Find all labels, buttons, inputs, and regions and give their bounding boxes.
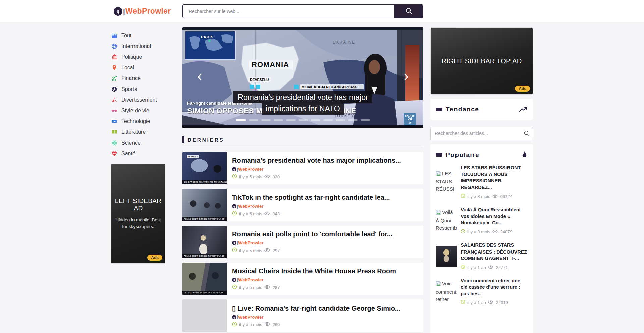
source-logo-icon: q [232, 278, 236, 282]
clock-icon [461, 229, 465, 235]
carousel-prev-icon[interactable] [197, 73, 202, 82]
popular-list: LES STARS RÉUSSIRONT TOUJOURS LES STARS … [436, 165, 528, 306]
popular-item-views: 22019 [496, 300, 508, 305]
web-search-input[interactable] [183, 5, 394, 18]
article-card[interactable]: DE THE WHITE HOUSE PRESS ROOM Musical Ch… [182, 263, 423, 295]
popular-item[interactable]: LES STARS RÉUSSIRONT TOUJOURS LES STARS … [436, 165, 528, 199]
popular-item-meta: il y a 1 an 22019 [461, 300, 528, 306]
clock-icon [232, 284, 237, 290]
sidebar-category-item[interactable]: International [111, 41, 165, 52]
channel-logo: FRANCE 24 [404, 113, 416, 125]
popular-title: Populaire [446, 151, 479, 159]
popular-item-title[interactable]: LES STARS RÉUSSIRONT TOUJOURS À NOUS IMP… [461, 165, 528, 191]
popular-item[interactable]: Voilà À Quoi Ressemble Voilà À Quoi Ress… [436, 207, 528, 235]
thumbnail-label: ROMANIA [187, 155, 199, 158]
article-card[interactable]: ▯ Live: Romania's far-right candidate Ge… [182, 299, 423, 332]
heart-icon [111, 150, 118, 157]
article-thumbnail: POLLS SHOW SIMION IN FIRST PLACE [182, 226, 227, 258]
globe-icon [111, 43, 118, 50]
ads-badge: Ads [147, 255, 162, 261]
carousel-dot[interactable] [286, 119, 296, 121]
article-views: 287 [273, 285, 280, 290]
sidebar-category-item[interactable]: Politique [111, 52, 165, 62]
article-card[interactable]: POLLS SHOW SIMION IN FIRST PLACE Romania… [182, 226, 423, 258]
article-source: q | WebProwler [232, 204, 390, 209]
right-sidebar-ad[interactable]: RIGHT SIDEBAR TOP AD Ads [430, 27, 533, 95]
eye-icon [488, 300, 493, 305]
popular-item[interactable]: Voici comment retirer Voici comment reti… [436, 278, 528, 306]
sidebar-category-item[interactable]: Sports [111, 84, 165, 95]
article-title[interactable]: Romania exit polls point to 'comfortable… [232, 230, 392, 238]
brand-logo-icon: q [114, 7, 122, 16]
article-title[interactable]: TikTok in the spotlight as far-right can… [232, 193, 390, 201]
popular-thumbnail: Voilà À Quoi Ressemble [436, 209, 457, 233]
web-search-bar [182, 4, 423, 18]
svg-text:UKRAINE: UKRAINE [333, 40, 355, 45]
popular-item-title[interactable]: Voici comment retirer une clé cassée d'u… [461, 278, 528, 297]
trending-card: Tendance [430, 99, 533, 120]
article-search-input[interactable] [430, 127, 533, 140]
atom-icon [111, 140, 118, 146]
popular-item-title[interactable]: Voilà À Quoi Ressemblent Vos Idoles En M… [461, 207, 528, 226]
article-meta: il y a 5 mois 297 [232, 247, 392, 254]
left-sidebar-ad[interactable]: LEFT SIDEBAR AD Hidden in mobile, Best f… [111, 164, 165, 264]
popular-item-views: 66124 [500, 194, 513, 199]
eye-icon [488, 265, 493, 270]
sidebar-category-item[interactable]: Tout [111, 30, 165, 41]
sidebar-category-item[interactable]: Local [111, 62, 165, 73]
section-title: DERNIERS [187, 137, 224, 143]
carousel-dot[interactable] [323, 119, 333, 121]
brand-logo[interactable]: q | WebProwler [111, 7, 182, 16]
featured-carousel[interactable]: PARIS ROMANIA DEVESELU MIHAIL KOGALNICEA… [182, 27, 423, 128]
eye-icon [492, 229, 498, 234]
sunglasses-icon [111, 107, 118, 114]
sidebar-category-item[interactable]: Science [111, 137, 165, 148]
finance-chart-icon [111, 75, 118, 82]
article-source: q | WebProwler [232, 277, 396, 282]
sidebar-category-item[interactable]: Divertissement [111, 95, 165, 105]
article-title[interactable]: ▯ Live: Romania's far-right candidate Ge… [232, 304, 401, 312]
carousel-dot[interactable] [311, 119, 320, 121]
trending-up-icon [519, 106, 528, 113]
sidebar-category-item[interactable]: Technologie [111, 116, 165, 127]
sidebar-category-item[interactable]: Finance [111, 73, 165, 84]
popular-item-time: il y a 1 an [467, 300, 486, 305]
section-marker [436, 153, 442, 157]
ad-title: LEFT SIDEBAR AD [115, 197, 162, 212]
article-card[interactable]: ROMANIA ON OPPOSES MILITARY AID TO UKRAI… [182, 152, 423, 184]
article-source: q | WebProwler [232, 167, 401, 172]
eye-icon [264, 174, 270, 179]
article-meta: il y a 5 mois 287 [232, 284, 396, 290]
carousel-dot[interactable] [361, 119, 370, 121]
popular-thumbnail: LES STARS RÉUSSIRONT TOUJOURS [436, 170, 457, 194]
article-card[interactable]: POLLS SHOW SIMION IN FIRST PLACE TikTok … [182, 189, 423, 221]
source-logo-icon: q [232, 167, 236, 171]
carousel-dot[interactable] [236, 119, 246, 121]
section-marker [182, 136, 184, 143]
popular-item[interactable]: SALAIRES DES STARS FRANÇAISES : DÉCOUVRE… [436, 242, 528, 270]
sidebar-category-item[interactable]: Style de vie [111, 105, 165, 116]
carousel-dot[interactable] [249, 119, 258, 121]
broken-image-icon [436, 210, 441, 216]
search-button[interactable] [394, 5, 423, 18]
carousel-dot[interactable] [274, 119, 283, 121]
thumbnail-chyron: POLLS SHOW SIMION IN FIRST PLACE [182, 217, 227, 221]
brand-separator: | [123, 7, 125, 15]
carousel-dot[interactable] [261, 119, 271, 121]
broken-image-icon [436, 172, 441, 177]
section-marker [436, 108, 442, 111]
clock-icon [232, 211, 237, 217]
carousel-dot[interactable] [348, 119, 358, 121]
carousel-dot[interactable] [299, 119, 308, 121]
article-title[interactable]: Romania's presidential vote has major im… [232, 157, 401, 164]
popular-thumbnail: Voici comment retirer [436, 280, 457, 303]
category-label: Sports [121, 86, 137, 92]
sidebar-category-item[interactable]: Littérature [111, 127, 165, 137]
sidebar-category-item[interactable]: Santé [111, 148, 165, 159]
article-title[interactable]: Musical Chairs Inside the White House Pr… [232, 267, 396, 275]
popular-item-time: il y a 1 an [467, 265, 486, 270]
popular-item-title[interactable]: SALAIRES DES STARS FRANÇAISES : DÉCOUVRE… [461, 242, 528, 262]
carousel-dot[interactable] [336, 119, 345, 121]
article-thumbnail: POLLS SHOW SIMION IN FIRST PLACE [182, 189, 227, 221]
carousel-next-icon[interactable] [404, 73, 409, 82]
